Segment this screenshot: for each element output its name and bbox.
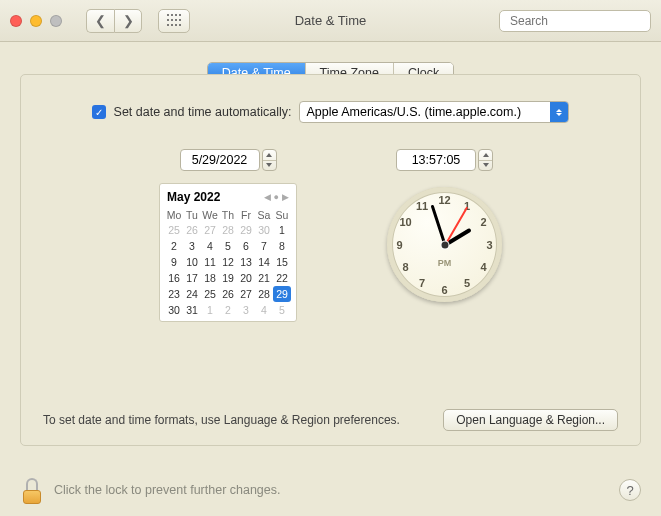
calendar-day[interactable]: 1 [273, 222, 291, 238]
calendar-day[interactable]: 20 [237, 270, 255, 286]
calendar-day[interactable]: 9 [165, 254, 183, 270]
window-title: Date & Time [295, 13, 367, 28]
clock-face: 121234567891011 PM [387, 187, 502, 302]
calendar-prev-icon[interactable]: ◀ [264, 192, 271, 202]
calendar-day[interactable]: 23 [165, 286, 183, 302]
calendar-day[interactable]: 10 [183, 254, 201, 270]
calendar-day[interactable]: 24 [183, 286, 201, 302]
calendar-day[interactable]: 19 [219, 270, 237, 286]
calendar-day[interactable]: 13 [237, 254, 255, 270]
calendar-day[interactable]: 28 [255, 286, 273, 302]
calendar-day[interactable]: 25 [201, 286, 219, 302]
lock-label: Click the lock to prevent further change… [54, 483, 281, 497]
time-stepper-up[interactable] [479, 150, 492, 161]
clock-minute-hand [430, 204, 446, 245]
clock-number: 12 [438, 194, 450, 206]
calendar-day[interactable]: 22 [273, 270, 291, 286]
content-panel: ✓ Set date and time automatically: Apple… [20, 74, 641, 446]
calendar[interactable]: May 2022 ◀ ● ▶ MoTuWeThFrSaSu25262728293… [159, 183, 297, 322]
clock-ampm-label: PM [438, 258, 452, 268]
calendar-day[interactable]: 2 [165, 238, 183, 254]
open-language-region-button[interactable]: Open Language & Region... [443, 409, 618, 431]
time-stepper[interactable] [478, 149, 493, 171]
minimize-window-button[interactable] [30, 15, 42, 27]
analog-clock[interactable]: 121234567891011 PM [387, 187, 502, 302]
calendar-day[interactable]: 15 [273, 254, 291, 270]
calendar-day[interactable]: 11 [201, 254, 219, 270]
auto-time-label: Set date and time automatically: [114, 105, 292, 119]
zoom-window-button[interactable] [50, 15, 62, 27]
calendar-dow: Mo [165, 208, 183, 222]
panel-footer: To set date and time formats, use Langua… [43, 409, 618, 431]
calendar-day[interactable]: 30 [255, 222, 273, 238]
calendar-day[interactable]: 30 [165, 302, 183, 318]
dropdown-arrow-icon [550, 102, 568, 122]
calendar-day[interactable]: 3 [183, 238, 201, 254]
search-input[interactable] [510, 14, 660, 28]
calendar-today-icon[interactable]: ● [274, 192, 279, 202]
time-input[interactable] [396, 149, 476, 171]
calendar-day[interactable]: 7 [255, 238, 273, 254]
calendar-day[interactable]: 5 [219, 238, 237, 254]
date-stepper-up[interactable] [263, 150, 276, 161]
calendar-day[interactable]: 27 [237, 286, 255, 302]
bottom-bar: Click the lock to prevent further change… [20, 476, 641, 504]
auto-time-row: ✓ Set date and time automatically: Apple… [49, 101, 612, 123]
calendar-day[interactable]: 28 [219, 222, 237, 238]
time-column: 121234567891011 PM [387, 149, 502, 322]
date-stepper[interactable] [262, 149, 277, 171]
calendar-day[interactable]: 4 [201, 238, 219, 254]
calendar-day[interactable]: 16 [165, 270, 183, 286]
clock-number: 11 [416, 200, 428, 212]
calendar-day[interactable]: 8 [273, 238, 291, 254]
calendar-grid: MoTuWeThFrSaSu25262728293012345678910111… [165, 208, 291, 318]
window-controls [10, 15, 62, 27]
ntp-server-select[interactable]: Apple Americas/U.S. (time.apple.com.) [299, 101, 569, 123]
calendar-day[interactable]: 4 [255, 302, 273, 318]
clock-number: 3 [486, 239, 492, 251]
calendar-day[interactable]: 29 [273, 286, 291, 302]
calendar-next-icon[interactable]: ▶ [282, 192, 289, 202]
calendar-day[interactable]: 26 [219, 286, 237, 302]
calendar-nav: ◀ ● ▶ [264, 192, 289, 202]
clock-number: 2 [480, 216, 486, 228]
calendar-day[interactable]: 21 [255, 270, 273, 286]
help-button[interactable]: ? [619, 479, 641, 501]
forward-button[interactable]: ❯ [114, 9, 142, 33]
date-field [180, 149, 277, 171]
clock-number: 6 [441, 284, 447, 296]
calendar-day[interactable]: 14 [255, 254, 273, 270]
calendar-day[interactable]: 12 [219, 254, 237, 270]
calendar-day[interactable]: 3 [237, 302, 255, 318]
date-stepper-down[interactable] [263, 161, 276, 171]
grid-icon [167, 14, 181, 28]
calendar-day[interactable]: 25 [165, 222, 183, 238]
lock-icon[interactable] [20, 476, 44, 504]
search-field[interactable] [499, 10, 651, 32]
footer-text: To set date and time formats, use Langua… [43, 413, 400, 427]
close-window-button[interactable] [10, 15, 22, 27]
calendar-day[interactable]: 31 [183, 302, 201, 318]
calendar-day[interactable]: 2 [219, 302, 237, 318]
time-stepper-down[interactable] [479, 161, 492, 171]
calendar-dow: We [201, 208, 219, 222]
back-button[interactable]: ❮ [86, 9, 114, 33]
calendar-day[interactable]: 27 [201, 222, 219, 238]
clock-number: 10 [399, 216, 411, 228]
auto-time-checkbox[interactable]: ✓ [92, 105, 106, 119]
clock-number: 5 [464, 277, 470, 289]
calendar-dow: Fr [237, 208, 255, 222]
calendar-day[interactable]: 5 [273, 302, 291, 318]
calendar-day[interactable]: 26 [183, 222, 201, 238]
clock-number: 9 [396, 239, 402, 251]
calendar-day[interactable]: 1 [201, 302, 219, 318]
date-input[interactable] [180, 149, 260, 171]
calendar-day[interactable]: 29 [237, 222, 255, 238]
calendar-dow: Sa [255, 208, 273, 222]
calendar-day[interactable]: 18 [201, 270, 219, 286]
calendar-day[interactable]: 6 [237, 238, 255, 254]
clock-center [441, 241, 448, 248]
clock-number: 8 [402, 261, 408, 273]
show-all-button[interactable] [158, 9, 190, 33]
calendar-day[interactable]: 17 [183, 270, 201, 286]
